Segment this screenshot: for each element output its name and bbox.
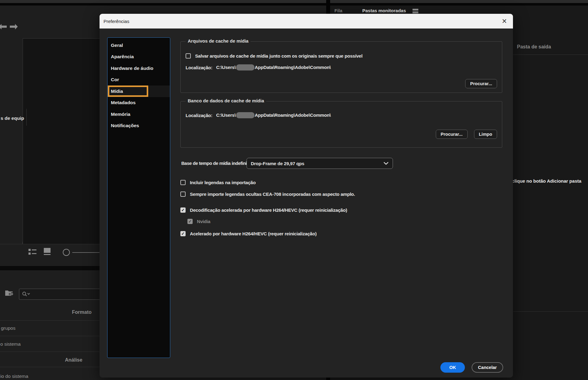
sidebar-item-aparencia[interactable]: Aparência: [107, 51, 170, 63]
checkbox-label: Acelerado por hardware H264/HEVC (requer…: [190, 231, 317, 236]
checkbox-checked[interactable]: ✓: [180, 231, 186, 236]
panel-menu-icon[interactable]: [413, 9, 418, 13]
dialog-titlebar: Preferências ×: [100, 14, 513, 28]
cache-files-location-row: Localização: C:\Users\AppData\Roaming\Ad…: [186, 64, 331, 71]
hw-decode-row: ✓ Decodificação acelerada por hardware H…: [180, 207, 347, 213]
tab-queue[interactable]: Fila: [334, 8, 342, 13]
location-label: Localização:: [186, 113, 213, 118]
list-view-icon[interactable]: [28, 248, 36, 255]
thumbnail-view-icon[interactable]: [44, 248, 51, 256]
sidebar-item-midia[interactable]: Mídia: [107, 86, 170, 97]
chevron-down-icon: [383, 162, 389, 165]
checkbox-checked[interactable]: ✓: [180, 207, 186, 213]
zoom-slider-handle[interactable]: [63, 249, 70, 256]
path-suffix: AppData\Roaming\Adobe\Common\: [255, 65, 331, 70]
team-presets-label: s de equip: [1, 116, 24, 121]
group-legend: Banco de dados de cache de mídia: [186, 98, 266, 103]
preset-row-system-audio: io do sistema: [0, 374, 28, 379]
top-separator: [0, 3, 588, 6]
path-prefix: C:\Users\: [216, 65, 236, 70]
timebase-dropdown[interactable]: Drop-Frame de 29,97 qps: [247, 158, 393, 169]
format-column-header: Formato: [72, 310, 92, 315]
sidebar-item-label: Notificações: [111, 123, 139, 128]
checkbox-unchecked[interactable]: [180, 180, 186, 185]
location-path: C:\Users\AppData\Roaming\Adobe\Common\: [216, 112, 331, 118]
location-path: C:\Users\AppData\Roaming\Adobe\Common\: [216, 64, 331, 70]
checkbox-label: Incluir legendas na importação: [190, 180, 256, 185]
search-input[interactable]: [19, 289, 106, 300]
sidebar-item-label: Memória: [111, 112, 130, 117]
preset-row-groups: grupos: [1, 325, 15, 331]
cache-db-buttons: Procurar... Limpo: [436, 130, 497, 139]
sidebar-item-memoria[interactable]: Memória: [107, 108, 170, 120]
panel-border-tick: [22, 242, 23, 244]
right-panel-divider: [513, 311, 588, 312]
sidebar-item-label: Geral: [111, 43, 123, 48]
ok-button[interactable]: OK: [440, 362, 465, 373]
dialog-title: Preferências: [104, 19, 129, 24]
search-icon: [22, 291, 30, 297]
cancel-button[interactable]: Cancelar: [472, 362, 503, 373]
cache-db-location-row: Localização: C:\Users\AppData\Roaming\Ad…: [186, 112, 331, 119]
top-strip: [0, 0, 588, 3]
path-prefix: C:\Users\: [216, 112, 236, 118]
column-header-divider: [513, 55, 588, 55]
add-folder-icon[interactable]: [5, 290, 14, 297]
sidebar-item-label: Hardware de áudio: [111, 66, 153, 71]
sidebar-item-hardware-audio[interactable]: Hardware de áudio: [107, 63, 170, 74]
redacted-username: [236, 112, 254, 118]
checkbox-unchecked[interactable]: [186, 53, 191, 59]
sidebar-item-metadados[interactable]: Metadados: [107, 97, 170, 109]
back-arrow-icon[interactable]: [0, 24, 7, 29]
path-suffix: AppData\Roaming\Adobe\Common\: [255, 112, 331, 118]
browse-button[interactable]: Procurar...: [465, 79, 497, 88]
clean-button[interactable]: Limpo: [474, 130, 497, 139]
tab-divider: [26, 109, 27, 126]
sidebar-item-label: Cor: [111, 77, 119, 82]
timebase-label: Base de tempo de mídia indefinido:: [181, 158, 254, 169]
media-cache-files-group: Arquivos de cache de mídia Salvar arquiv…: [180, 41, 502, 93]
group-legend: Arquivos de cache de mídia: [186, 38, 251, 44]
sidebar-item-label: Metadados: [111, 100, 136, 105]
preferences-dialog: Preferências × Geral Aparência Hardware …: [100, 14, 513, 378]
selection-highlight-frame: [108, 86, 148, 97]
checkbox-checked-disabled: ✓: [187, 219, 193, 224]
preferences-sidebar: Geral Aparência Hardware de áudio Cor Mí…: [107, 37, 170, 358]
checkbox-label: Decodificação acelerada por hardware H26…: [190, 207, 347, 213]
dropdown-value: Drop-Frame de 29,97 qps: [251, 161, 304, 166]
analysis-column-header: Análise: [65, 357, 82, 363]
sidebar-item-label: Aparência: [111, 54, 134, 59]
sidebar-item-geral[interactable]: Geral: [107, 40, 170, 51]
hw-encode-row: ✓ Acelerado por hardware H264/HEVC (requ…: [180, 230, 317, 237]
watch-folder-hint: , clique no botão Adicionar pasta: [509, 178, 581, 184]
tab-watch-folders[interactable]: Pastas monitoradas: [362, 8, 406, 13]
redacted-username: [236, 64, 254, 70]
sidebar-item-notificacoes[interactable]: Notificações: [107, 120, 170, 132]
media-cache-database-group: Banco de dados de cache de mídia Localiz…: [180, 101, 502, 148]
browse-button[interactable]: Procurar...: [436, 130, 468, 139]
location-label: Localização:: [186, 65, 213, 70]
checkbox-label: Salvar arquivos de cache de mídia junto …: [195, 53, 363, 59]
close-icon[interactable]: ×: [498, 14, 511, 28]
forward-arrow-icon[interactable]: [10, 24, 18, 29]
checkbox-unchecked[interactable]: [180, 192, 186, 197]
import-captions-row: Incluir legendas na importação: [180, 179, 256, 186]
output-folder-column-header: Pasta de saída: [517, 44, 551, 50]
checkbox-label: Sempre importe legendas ocultas CEA-708 …: [190, 192, 355, 197]
app-window: s de equip Formato grupos o sistema Anál…: [0, 0, 588, 380]
save-cache-with-originals-row: Salvar arquivos de cache de mídia junto …: [186, 52, 363, 59]
sidebar-item-cor[interactable]: Cor: [107, 74, 170, 86]
preset-row-system: o sistema: [0, 341, 21, 347]
cea708-row: Sempre importe legendas ocultas CEA-708 …: [180, 191, 355, 197]
checkbox-label: Nvidia: [197, 219, 210, 224]
nvidia-row: ✓ Nvidia: [187, 218, 210, 225]
